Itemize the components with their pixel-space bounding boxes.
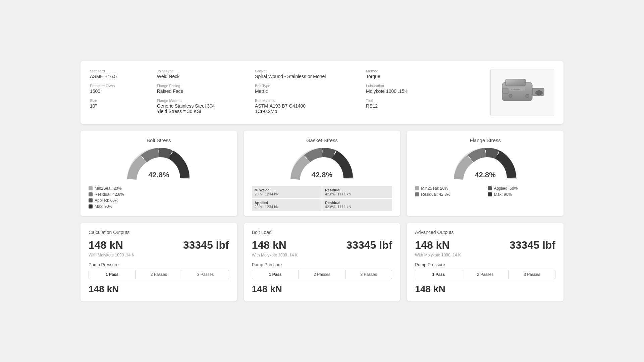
flange-legend-max-dot: [488, 192, 492, 196]
bolt-stress-card: Bolt Stress: [80, 131, 237, 216]
flange-legend-max: Max: 90%: [488, 192, 555, 197]
main-container: Standard ASME B16.5 Pressure Class 1500 …: [80, 61, 564, 301]
col-method: Method Torque Lubrication Molykote 1000 …: [366, 69, 437, 114]
bolt-tab-1pass[interactable]: 1 Pass: [252, 270, 299, 279]
bolt-load-lbf: 33345 lbf: [346, 239, 392, 251]
flange-stress-card: Flange Stress 42.8% Min2Seal: 20%: [407, 131, 564, 216]
lubrication-value: Molykote 1000 .15K: [366, 88, 437, 94]
calculation-outputs-kn: 148 kN: [89, 239, 123, 251]
gasket-item: Gasket Spiral Wound - Stainless or Monel: [255, 69, 355, 79]
bolt-tab-3passes[interactable]: 3 Passes: [345, 270, 392, 279]
calculation-pump-tabs[interactable]: 1 Pass 2 Passes 3 Passes: [89, 270, 229, 279]
bottom-section: Calculation Outputs 148 kN 33345 lbf Wit…: [80, 223, 564, 301]
calculation-pump-label: Pump Pressure: [89, 262, 229, 267]
col-gasket: Gasket Spiral Wound - Stainless or Monel…: [255, 69, 355, 114]
flange-legend-residual: Residual: 42.8%: [415, 192, 482, 197]
flange-stress-title: Flange Stress: [470, 137, 501, 143]
flange-material-item: Flange Material Generic Stainless Steel …: [157, 99, 244, 114]
advanced-tab-3passes[interactable]: 3 Passes: [509, 270, 555, 279]
bolt-load-pump-tabs[interactable]: 1 Pass 2 Passes 3 Passes: [252, 270, 392, 279]
calculation-tab-3passes[interactable]: 3 Passes: [182, 270, 228, 279]
pressure-class-value: 1500: [90, 88, 146, 94]
gasket-stress-percent: 42.8%: [312, 171, 332, 179]
bolt-material-label: Bolt Material: [255, 99, 355, 103]
gauges-section: Bolt Stress: [80, 131, 564, 216]
standard-label: Standard: [90, 69, 146, 73]
flange-stress-gauge: 42.8%: [452, 146, 519, 183]
gasket-value: Spiral Wound - Stainless or Monel: [255, 74, 355, 79]
header-info-grid: Standard ASME B16.5 Pressure Class 1500 …: [90, 69, 477, 114]
flange-legend-min2seal-label: Min2Seal: 20%: [421, 186, 448, 191]
size-label: Size: [90, 99, 146, 103]
flange-legend-residual-label: Residual: 42.8%: [421, 192, 450, 197]
bolt-legend-max-dot: [89, 204, 93, 208]
bolt-tab-2passes[interactable]: 2 Passes: [299, 270, 345, 279]
gasket-label: Gasket: [255, 69, 355, 73]
flange-material-value: Generic Stainless Steel 304Yield Stress …: [157, 103, 244, 114]
pressure-class-item: Pressure Class 1500: [90, 84, 146, 94]
bolt-legend-min2seal-dot: [89, 186, 93, 190]
calculation-tab-1pass[interactable]: 1 Pass: [89, 270, 136, 279]
bolt-legend-min2seal: Min2Seal: 20%: [89, 186, 229, 191]
advanced-bottom-value: 148 kN: [415, 284, 445, 294]
header-card: Standard ASME B16.5 Pressure Class 1500 …: [80, 61, 564, 124]
flange-legend-max-label: Max: 90%: [494, 192, 512, 197]
bolt-legend-residual-dot: [89, 192, 93, 196]
svg-rect-1: [505, 79, 526, 86]
bolt-material-item: Bolt Material ASTM-A193 B7 G414001Cr-0.2…: [255, 99, 355, 114]
advanced-tab-1pass[interactable]: 1 Pass: [415, 270, 462, 279]
svg-point-7: [526, 94, 529, 98]
col-standard: Standard ASME B16.5 Pressure Class 1500 …: [90, 69, 146, 114]
bolt-legend-max: Max: 90%: [89, 204, 229, 209]
lubrication-item: Lubrication Molykote 1000 .15K: [366, 84, 437, 94]
joint-type-value: Weld Neck: [157, 74, 244, 79]
bolt-load-sub: With Molykote 1000 .14 K: [252, 253, 392, 257]
advanced-outputs-lbf: 33345 lbf: [509, 239, 555, 251]
bolt-stress-legend: Min2Seal: 20% Residual: 42.8% Applied: 6…: [89, 186, 229, 209]
gasket-min2seal-cell: Min2Seal 20% 1234 kN: [252, 186, 322, 198]
pressure-class-label: Pressure Class: [90, 84, 146, 88]
bolt-pump-label: Pump Pressure: [252, 262, 392, 267]
flange-facing-label: Flange Facing: [157, 84, 244, 88]
flange-legend-min2seal: Min2Seal: 20%: [415, 186, 482, 191]
advanced-outputs-sub: With Molykote 1000 .14 K: [415, 253, 555, 257]
gasket-residual1-cell: Residual 42.8% 1111 kN: [322, 186, 392, 198]
svg-text:ENERPAC: ENERPAC: [512, 88, 521, 90]
gasket-stress-title: Gasket Stress: [306, 137, 338, 143]
bolt-legend-residual: Residual: 42.8%: [89, 192, 229, 197]
gasket-stress-card: Gasket Stress 42.8% Min2Seal: [244, 131, 400, 216]
calculation-outputs-values: 148 kN 33345 lbf: [89, 239, 229, 251]
advanced-outputs-values: 148 kN 33345 lbf: [415, 239, 555, 251]
joint-type-label: Joint Type: [157, 69, 244, 73]
bolt-material-value: ASTM-A193 B7 G414001Cr-0.2Mo: [255, 103, 355, 114]
bolt-legend-applied-label: Applied: 60%: [95, 198, 118, 203]
bolt-stress-gauge: 42.8%: [125, 146, 192, 183]
joint-type-item: Joint Type Weld Neck: [157, 69, 244, 79]
bolt-legend-applied: Applied: 60%: [89, 198, 229, 203]
tool-item: Tool RSL2: [366, 99, 437, 109]
bolt-load-title: Bolt Load: [252, 230, 392, 235]
advanced-outputs-card: Advanced Outputs 148 kN 33345 lbf With M…: [407, 223, 564, 301]
method-item: Method Torque: [366, 69, 437, 79]
bolt-legend-applied-dot: [89, 198, 93, 202]
bolt-stress-title: Bolt Stress: [147, 137, 171, 143]
gasket-stress-gauge: 42.8%: [288, 146, 356, 183]
lubrication-label: Lubrication: [366, 84, 437, 88]
calculation-tab-2passes[interactable]: 2 Passes: [136, 270, 182, 279]
tool-image-box: ENERPAC: [490, 69, 554, 116]
bolt-load-bottom-value: 148 kN: [252, 284, 282, 294]
flange-facing-value: Raised Face: [157, 88, 244, 94]
gasket-applied-cell: Applied 20% 1234 kN: [252, 199, 322, 211]
bolt-legend-residual-label: Residual: 42.8%: [95, 192, 124, 197]
flange-legend-applied-label: Applied: 60%: [494, 186, 518, 191]
flange-facing-item: Flange Facing Raised Face: [157, 84, 244, 94]
gasket-residual2-cell: Residual 42.8% 1111 kN: [322, 199, 392, 211]
flange-stress-legend: Min2Seal: 20% Applied: 60% Residual: 42.…: [415, 186, 555, 197]
advanced-tab-2passes[interactable]: 2 Passes: [462, 270, 509, 279]
col-joint: Joint Type Weld Neck Flange Facing Raise…: [157, 69, 244, 114]
bolt-type-label: Bolt Type: [255, 84, 355, 88]
advanced-outputs-kn: 148 kN: [415, 239, 449, 251]
gasket-stress-table: Min2Seal 20% 1234 kN Residual 42.8% 1111…: [252, 186, 392, 211]
calculation-outputs-card: Calculation Outputs 148 kN 33345 lbf Wit…: [80, 223, 237, 301]
advanced-pump-tabs[interactable]: 1 Pass 2 Passes 3 Passes: [415, 270, 555, 279]
